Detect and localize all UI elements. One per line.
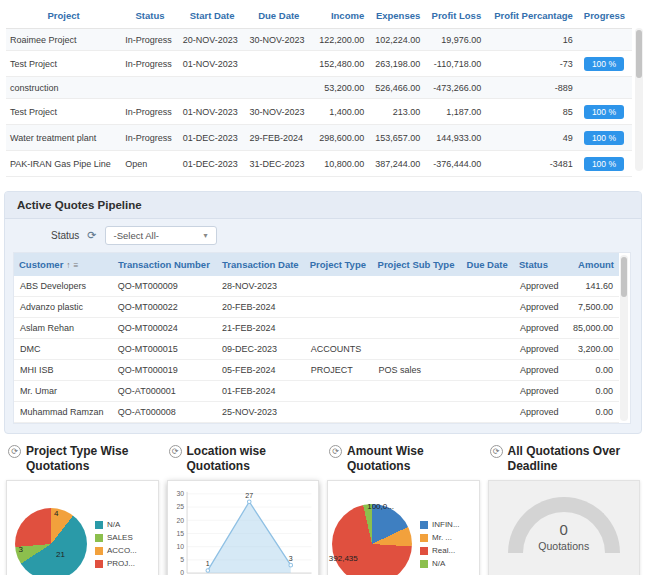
chevron-down-icon: ▾ <box>204 231 208 240</box>
project-row[interactable]: PAK-IRAN Gas Pipe LineOpen01-DEC-202331-… <box>6 151 632 177</box>
sync-icon[interactable]: ⟳ <box>490 445 503 458</box>
col-start-date[interactable]: Start Date <box>179 3 246 29</box>
card-project-type-quotations: ⟳ Project Type Wise Quotations 4 21 3 N/… <box>6 444 159 575</box>
project-row[interactable]: Water treatment plantIn-Progress01-DEC-2… <box>6 125 632 151</box>
charts-row: ⟳ Project Type Wise Quotations 4 21 3 N/… <box>0 434 646 575</box>
legend-item[interactable]: N/A <box>95 520 137 529</box>
profit-percentage-cell: 49 <box>485 125 577 151</box>
transaction-number-link[interactable]: QO-MT000019 <box>112 360 216 381</box>
project-name-link[interactable]: Test Project <box>6 51 121 77</box>
transaction-date-cell: 28-NOV-2023 <box>216 276 305 297</box>
sort-asc-icon[interactable]: ↑ <box>66 260 70 270</box>
transaction-number-link[interactable]: QO-MT000024 <box>112 318 216 339</box>
project-row[interactable]: Test ProjectIn-Progress01-NOV-202330-NOV… <box>6 99 632 125</box>
legend-label: Mr. ... <box>432 533 452 542</box>
amount-pie[interactable]: 100,0... 392,435 <box>332 504 412 575</box>
quotes-scrollbar[interactable] <box>620 255 628 421</box>
status-select-value: -Select All- <box>114 230 159 241</box>
transaction-number-link[interactable]: QO-MT000015 <box>112 339 216 360</box>
col-profit-percentage[interactable]: Profit Percantage <box>485 3 577 29</box>
col-customer[interactable]: Customer↑≡ <box>14 253 112 276</box>
quote-row[interactable]: Muhammad RamzanQO-AT00000825-NOV-2023App… <box>14 402 619 423</box>
col-project-type[interactable]: Project Type <box>305 253 373 276</box>
legend-item[interactable]: INFIN... <box>420 520 460 529</box>
customer-cell: Advanzo plastic <box>14 297 112 318</box>
pie-label: 21 <box>56 550 65 559</box>
project-type-pie[interactable]: 4 21 3 <box>15 508 87 575</box>
legend-item[interactable]: Mr. ... <box>420 533 460 542</box>
legend-item[interactable]: SALES <box>95 533 137 542</box>
col-project-sub-type[interactable]: Project Sub Type <box>373 253 462 276</box>
card-title: ⟳ All Quotations Over Deadline <box>488 444 641 480</box>
col-project[interactable]: Project <box>6 3 121 29</box>
col-due-date[interactable]: Due Date <box>462 253 514 276</box>
project-name-link[interactable]: Water treatment plant <box>6 125 121 151</box>
legend-label: N/A <box>432 559 445 568</box>
status-select[interactable]: -Select All- ▾ <box>105 226 217 245</box>
quote-row[interactable]: Aslam RehanQO-MT00002421-FEB-2024Approve… <box>14 318 619 339</box>
column-menu-icon[interactable]: ≡ <box>74 260 79 270</box>
project-row[interactable]: Test ProjectIn-Progress01-NOV-2023152,48… <box>6 51 632 77</box>
col-due-date[interactable]: Due Date <box>245 3 312 29</box>
col-transaction-number[interactable]: Transaction Number <box>112 253 216 276</box>
project-type-legend: N/ASALESACCO...PROJ... <box>95 520 137 568</box>
svg-text:5: 5 <box>180 556 184 563</box>
col-transaction-date[interactable]: Transaction Date <box>216 253 305 276</box>
legend-item[interactable]: ACCO... <box>95 546 137 555</box>
income-cell: 122,200.00 <box>312 29 368 51</box>
active-quotes-panel: Active Quotes Pipeline Status ⟳ -Select … <box>4 191 642 434</box>
col-income[interactable]: Income <box>312 3 368 29</box>
col-profit-loss[interactable]: Profit Loss <box>424 3 485 29</box>
sync-icon[interactable]: ⟳ <box>329 445 342 458</box>
quote-row[interactable]: ABS DevelopersQO-MT00000928-NOV-2023Appr… <box>14 276 619 297</box>
projects-scrollbar[interactable] <box>635 28 643 171</box>
scrollbar-thumb[interactable] <box>621 257 627 297</box>
project-name-link[interactable]: PAK-IRAN Gas Pipe Line <box>6 151 121 177</box>
profit-percentage-cell: 16 <box>485 29 577 51</box>
quote-row[interactable]: DMCQO-MT00001509-DEC-2023ACCOUNTSApprove… <box>14 339 619 360</box>
quote-row[interactable]: MHI ISBQO-MT00001905-FEB-2024PROJECTPOS … <box>14 360 619 381</box>
col-status[interactable]: Status <box>514 253 566 276</box>
project-sub-type-cell <box>373 402 462 423</box>
sync-icon[interactable]: ⟳ <box>8 445 21 458</box>
col-expenses[interactable]: Expenses <box>368 3 424 29</box>
expenses-cell: 263,198.00 <box>368 51 424 77</box>
legend-item[interactable]: Real... <box>420 546 460 555</box>
due-date-cell <box>462 318 514 339</box>
legend-item[interactable]: N/A <box>420 559 460 568</box>
transaction-number-link[interactable]: QO-AT000001 <box>112 381 216 402</box>
quotes-header-row: Customer↑≡ Transaction Number Transactio… <box>14 253 619 276</box>
project-name-link[interactable]: Test Project <box>6 99 121 125</box>
col-amount[interactable]: Amount <box>566 253 619 276</box>
transaction-date-cell: 20-FEB-2024 <box>216 297 305 318</box>
status-cell: In-Progress <box>121 99 179 125</box>
expenses-cell: 102,224.00 <box>368 29 424 51</box>
project-row[interactable]: Roaimee ProjectIn-Progress20-NOV-202330-… <box>6 29 632 51</box>
scrollbar-thumb[interactable] <box>636 30 642 78</box>
progress-cell <box>577 29 632 51</box>
quote-row[interactable]: Advanzo plasticQO-MT00002220-FEB-2024App… <box>14 297 619 318</box>
transaction-number-link[interactable]: QO-MT000009 <box>112 276 216 297</box>
transaction-number-link[interactable]: QO-MT000022 <box>112 297 216 318</box>
project-name-link[interactable]: construction <box>6 77 121 99</box>
col-progress[interactable]: Progress <box>577 3 632 29</box>
income-cell: 298,600.00 <box>312 125 368 151</box>
location-line-chart[interactable]: 0510152025301273Factory StoreHead Office… <box>168 481 319 575</box>
project-row[interactable]: construction53,200.00526,466.00-473,266.… <box>6 77 632 99</box>
svg-text:30: 30 <box>176 490 184 497</box>
col-status[interactable]: Status <box>121 3 179 29</box>
project-sub-type-cell: POS sales <box>373 360 462 381</box>
refresh-icon[interactable]: ⟳ <box>87 229 96 242</box>
legend-label: INFIN... <box>432 520 460 529</box>
start-date-cell: 01-NOV-2023 <box>179 99 246 125</box>
legend-item[interactable]: PROJ... <box>95 559 137 568</box>
project-type-cell <box>305 318 373 339</box>
start-date-cell <box>179 77 246 99</box>
transaction-number-link[interactable]: QO-AT000008 <box>112 402 216 423</box>
due-date-cell: 30-NOV-2023 <box>245 29 312 51</box>
quote-row[interactable]: Mr. UmarQO-AT00000101-FEB-2024Approved0.… <box>14 381 619 402</box>
project-name-link[interactable]: Roaimee Project <box>6 29 121 51</box>
status-cell <box>121 77 179 99</box>
profit-percentage-cell: -889 <box>485 77 577 99</box>
sync-icon[interactable]: ⟳ <box>169 445 182 458</box>
